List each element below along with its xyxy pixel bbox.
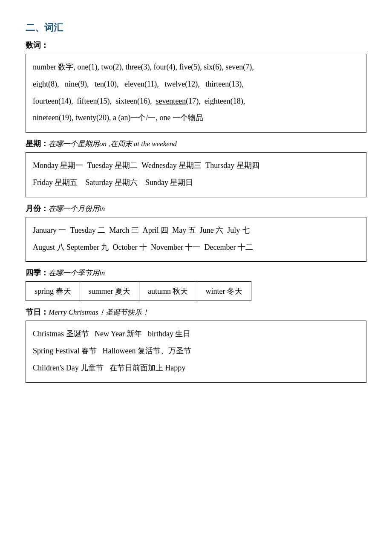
season-autumn: autumn 秋天 (139, 282, 197, 301)
months-label: 月份：在哪一个月份用in (26, 203, 366, 214)
weekdays-line-2: Friday 星期五 Saturday 星期六 Sunday 星期日 (33, 175, 359, 191)
seasons-label: 四季：在哪一个季节用in (26, 268, 366, 278)
numbers-label: 数词： (26, 40, 366, 50)
numbers-line-2: eight(8), nine(9), ten(10), eleven(11), … (33, 76, 359, 92)
seventeen-underline: seventeen (156, 97, 186, 105)
months-note: 在哪一个月份用in (49, 205, 105, 213)
section-title: 二、词汇 (26, 21, 366, 34)
numbers-line-4: nineteen(19), twenty(20), a (an)一个/一, on… (33, 110, 359, 126)
festivals-line-1: Christmas 圣诞节 New Year 新年 birthday 生日 (33, 326, 359, 342)
season-winter: winter 冬天 (197, 282, 251, 301)
seasons-note: 在哪一个季节用in (49, 269, 105, 277)
festivals-box: Christmas 圣诞节 New Year 新年 birthday 生日 Sp… (26, 321, 366, 382)
festivals-line-2: Spring Festival 春节 Halloween 复活节、万圣节 (33, 343, 359, 359)
weekdays-note: 在哪一个星期用on ,在周末 at the weekend (49, 140, 177, 148)
weekdays-label: 星期：在哪一个星期用on ,在周末 at the weekend (26, 139, 366, 149)
numbers-line-3: fourteen(14), fifteen(15), sixteen(16), … (33, 93, 359, 110)
numbers-line-1: number 数字, one(1), two(2), three(3), fou… (33, 59, 359, 75)
months-line-2: August 八 September 九 October 十 November … (33, 240, 359, 256)
weekdays-box: Monday 星期一 Tuesday 星期二 Wednesday 星期三 Thu… (26, 152, 366, 197)
season-summer: summer 夏天 (80, 282, 139, 301)
seasons-table: spring 春天 summer 夏天 autumn 秋天 winter 冬天 (26, 281, 251, 301)
festivals-line-3: Children's Day 儿童节 在节日前面加上 Happy (33, 360, 359, 376)
numbers-box: number 数字, one(1), two(2), three(3), fou… (26, 54, 366, 133)
weekdays-line-1: Monday 星期一 Tuesday 星期二 Wednesday 星期三 Thu… (33, 158, 359, 174)
season-spring: spring 春天 (26, 282, 80, 301)
festivals-note: Merry Christmas！圣诞节快乐！ (49, 308, 149, 316)
months-line-1: January 一 Tuesday 二 March 三 April 四 May … (33, 223, 359, 239)
festivals-label: 节日：Merry Christmas！圣诞节快乐！ (26, 307, 366, 317)
months-box: January 一 Tuesday 二 March 三 April 四 May … (26, 217, 366, 262)
